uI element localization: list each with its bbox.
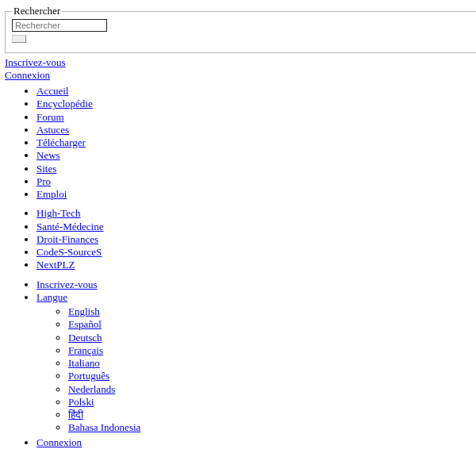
login-link[interactable]: Connexion — [36, 436, 82, 448]
login-link-top[interactable]: Connexion — [5, 69, 476, 82]
nav-codes-sources[interactable]: CodeS-SourceS — [36, 246, 102, 258]
nav-nextplz[interactable]: NextPLZ — [36, 259, 75, 271]
nav-pro[interactable]: Pro — [36, 175, 51, 187]
search-input-top[interactable] — [12, 19, 107, 32]
auth-links: Inscrivez-vous Connexion — [5, 56, 476, 82]
signup-link-top[interactable]: Inscrivez-vous — [5, 56, 476, 69]
nav-news[interactable]: News — [36, 149, 60, 161]
nav-encyclopedie[interactable]: Encyclopédie — [36, 98, 93, 109]
lang-polski[interactable]: Polski — [68, 396, 94, 408]
language-list: English Español Deutsch Français Italian… — [36, 305, 476, 435]
nav-droit-finances[interactable]: Droit-Finances — [36, 233, 98, 245]
language-menu[interactable]: Langue — [36, 291, 67, 303]
nav-telecharger[interactable]: Télécharger — [36, 136, 86, 148]
nav-emploi[interactable]: Emploi — [36, 188, 67, 200]
lang-italiano[interactable]: Italiano — [68, 357, 100, 369]
nav-high-tech[interactable]: High-Tech — [36, 207, 80, 219]
nav-accueil[interactable]: Accueil — [36, 85, 68, 97]
spacer — [5, 455, 476, 476]
lang-espanol[interactable]: Español — [68, 318, 102, 330]
lang-francais[interactable]: Français — [68, 344, 103, 356]
nav-network: High-Tech Santé-Médecine Droit-Finances … — [5, 207, 476, 271]
lang-portugues[interactable]: Português — [68, 370, 109, 382]
lang-bahasa-indonesia[interactable]: Bahasa Indonesia — [68, 421, 140, 433]
lang-nederlands[interactable]: Nederlands — [68, 383, 115, 395]
nav-sites[interactable]: Sites — [36, 163, 56, 175]
nav-astuces[interactable]: Astuces — [36, 124, 69, 136]
nav-primary: Accueil Encyclopédie Forum Astuces Téléc… — [5, 85, 476, 201]
lang-deutsch[interactable]: Deutsch — [68, 332, 102, 344]
search-legend-top: Rechercher — [12, 5, 62, 17]
nav-forum[interactable]: Forum — [36, 111, 64, 123]
search-submit-top[interactable] — [12, 35, 26, 43]
nav-sante-medecine[interactable]: Santé-Médecine — [36, 221, 103, 232]
signup-link[interactable]: Inscrivez-vous — [36, 278, 98, 290]
lang-hindi[interactable]: हिंदी — [68, 409, 83, 420]
search-fieldset-top: Rechercher — [5, 5, 476, 53]
nav-account: Inscrivez-vous Langue English Español De… — [5, 278, 476, 449]
lang-english[interactable]: English — [68, 305, 100, 317]
